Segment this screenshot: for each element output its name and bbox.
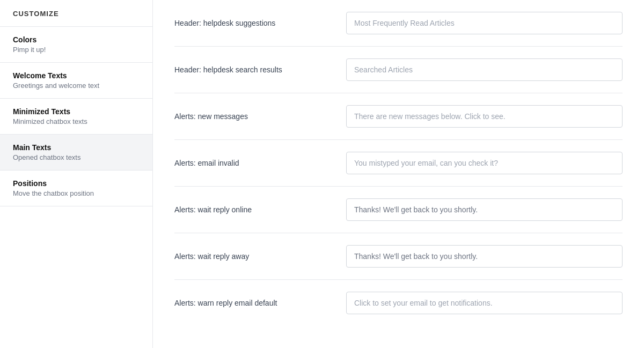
sidebar-item-title: Welcome Texts bbox=[13, 71, 140, 80]
sidebar-item-welcome-texts[interactable]: Welcome Texts Greetings and welcome text bbox=[0, 63, 152, 99]
form-label-alerts-new-messages: Alerts: new messages bbox=[174, 112, 346, 121]
form-input-alerts-wait-reply-online[interactable] bbox=[346, 198, 623, 221]
sidebar-item-subtitle: Move the chatbox position bbox=[13, 189, 140, 197]
form-row-alerts-wait-reply-away: Alerts: wait reply away bbox=[174, 233, 623, 280]
sidebar-item-title: Positions bbox=[13, 179, 140, 188]
sidebar-item-title: Minimized Texts bbox=[13, 107, 140, 116]
form-input-helpdesk-search-results[interactable] bbox=[346, 58, 623, 81]
form-label-helpdesk-suggestions: Header: helpdesk suggestions bbox=[174, 19, 346, 27]
main-content: Header: helpdesk suggestionsHeader: help… bbox=[153, 0, 644, 348]
form-label-alerts-email-invalid: Alerts: email invalid bbox=[174, 159, 346, 167]
sidebar-item-positions[interactable]: Positions Move the chatbox position bbox=[0, 171, 152, 206]
form-input-alerts-wait-reply-away[interactable] bbox=[346, 245, 623, 268]
form-label-alerts-wait-reply-away: Alerts: wait reply away bbox=[174, 252, 346, 261]
sidebar-item-minimized-texts[interactable]: Minimized Texts Minimized chatbox texts bbox=[0, 99, 152, 135]
sidebar-item-colors[interactable]: Colors Pimp it up! bbox=[0, 27, 152, 63]
form-label-helpdesk-search-results: Header: helpdesk search results bbox=[174, 65, 346, 74]
form-label-alerts-wait-reply-online: Alerts: wait reply online bbox=[174, 205, 346, 214]
sidebar-item-subtitle: Greetings and welcome text bbox=[13, 82, 140, 90]
sidebar-item-subtitle: Pimp it up! bbox=[13, 46, 140, 54]
form-row-alerts-wait-reply-online: Alerts: wait reply online bbox=[174, 187, 623, 233]
sidebar-item-subtitle: Opened chatbox texts bbox=[13, 153, 140, 161]
form-label-alerts-warn-reply-email-default: Alerts: warn reply email default bbox=[174, 299, 346, 307]
form-row-helpdesk-search-results: Header: helpdesk search results bbox=[174, 47, 623, 93]
sidebar-item-subtitle: Minimized chatbox texts bbox=[13, 117, 140, 125]
form-row-alerts-new-messages: Alerts: new messages bbox=[174, 93, 623, 140]
sidebar-title: CUSTOMIZE bbox=[0, 0, 152, 27]
form-input-alerts-warn-reply-email-default[interactable] bbox=[346, 292, 623, 314]
form-row-alerts-email-invalid: Alerts: email invalid bbox=[174, 140, 623, 187]
sidebar-item-main-texts[interactable]: Main Texts Opened chatbox texts bbox=[0, 135, 152, 171]
form-input-helpdesk-suggestions[interactable] bbox=[346, 12, 623, 34]
form-input-alerts-email-invalid[interactable] bbox=[346, 152, 623, 174]
form-row-alerts-warn-reply-email-default: Alerts: warn reply email default bbox=[174, 280, 623, 326]
sidebar: CUSTOMIZE Colors Pimp it up! Welcome Tex… bbox=[0, 0, 153, 348]
sidebar-item-title: Colors bbox=[13, 35, 140, 44]
form-row-helpdesk-suggestions: Header: helpdesk suggestions bbox=[174, 0, 623, 47]
form-input-alerts-new-messages[interactable] bbox=[346, 105, 623, 128]
sidebar-item-title: Main Texts bbox=[13, 143, 140, 152]
